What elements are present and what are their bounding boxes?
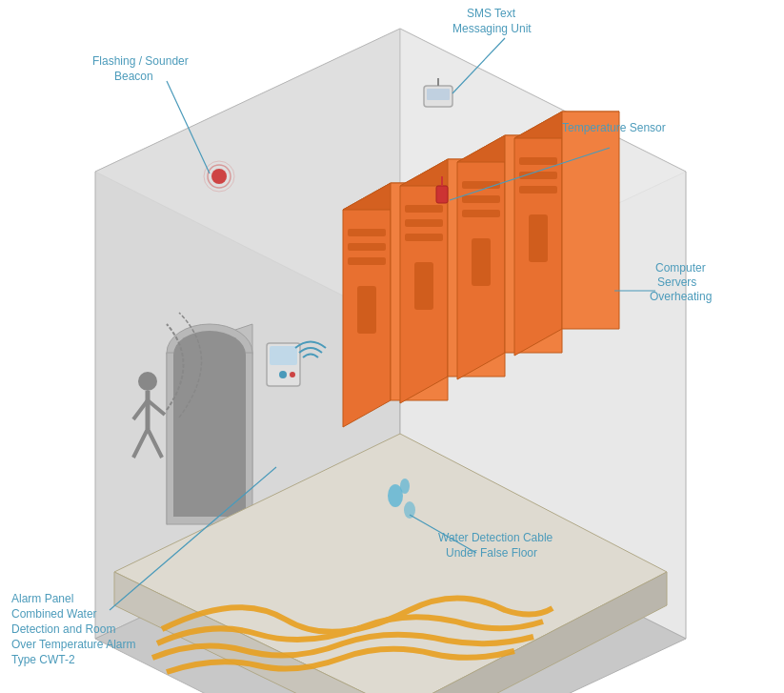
water-cable-label1: Water Detection Cable [438, 531, 553, 544]
svg-rect-21 [270, 346, 297, 365]
alarm-panel-label4: Over Temperature Alarm [11, 638, 136, 651]
servers-label3: Overheating [650, 290, 712, 303]
svg-rect-42 [462, 195, 500, 203]
svg-point-22 [279, 371, 287, 378]
svg-rect-7 [173, 355, 246, 517]
alarm-panel-label3: Detection and Room [11, 622, 115, 636]
svg-point-18 [404, 501, 415, 519]
svg-rect-34 [405, 205, 443, 213]
svg-rect-51 [529, 214, 548, 262]
alarm-panel-label5: Type CWT-2 [11, 653, 75, 666]
svg-rect-28 [348, 243, 386, 251]
svg-rect-48 [519, 157, 557, 165]
temp-sensor-label: Temperature Sensor [562, 121, 666, 134]
svg-rect-36 [405, 234, 443, 241]
svg-rect-29 [348, 257, 386, 265]
svg-rect-50 [519, 186, 557, 194]
svg-point-19 [400, 479, 410, 494]
servers-label2: Servers [657, 275, 696, 289]
svg-rect-27 [348, 229, 386, 236]
water-cable-label2: Under False Floor [446, 546, 537, 560]
sms-label1: SMS Text [467, 7, 516, 20]
svg-rect-35 [405, 219, 443, 227]
alarm-panel-label2: Combined Water [11, 607, 97, 621]
svg-rect-30 [357, 286, 376, 334]
svg-rect-58 [427, 89, 450, 100]
svg-rect-44 [472, 238, 491, 286]
alarm-panel-label1: Alarm Panel [11, 592, 73, 605]
sms-label2: Messaging Unit [452, 22, 532, 35]
svg-point-23 [290, 372, 295, 377]
svg-point-8 [138, 372, 157, 391]
flashing-sounder-label: Flashing / Sounder [92, 54, 189, 68]
servers-label1: Computer [655, 261, 706, 275]
flashing-sounder-label2: Beacon [114, 70, 153, 83]
svg-rect-52 [436, 186, 448, 203]
svg-rect-43 [462, 210, 500, 217]
svg-point-54 [211, 169, 227, 184]
svg-rect-37 [414, 262, 433, 310]
svg-marker-47 [562, 112, 619, 329]
